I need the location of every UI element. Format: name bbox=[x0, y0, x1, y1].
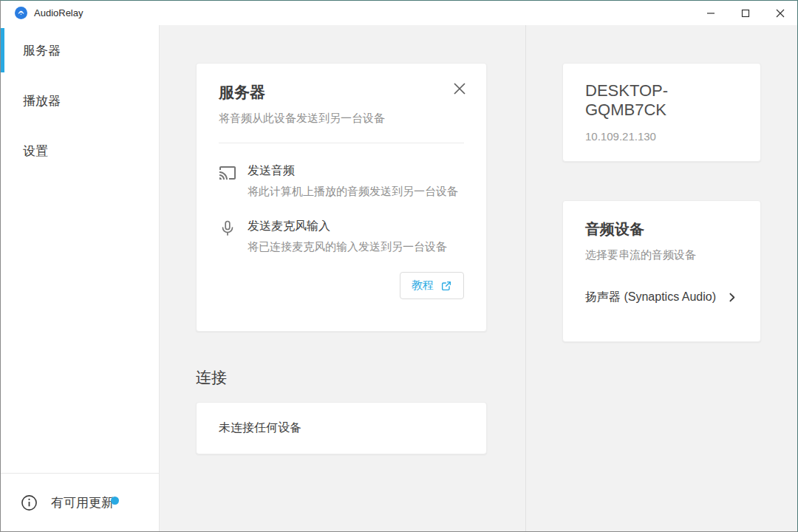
maximize-icon bbox=[741, 9, 750, 18]
sidebar-item-settings[interactable]: 设置 bbox=[1, 126, 159, 176]
maximize-button[interactable] bbox=[728, 1, 763, 25]
feature-description: 将此计算机上播放的音频发送到另一台设备 bbox=[248, 185, 458, 199]
sidebar-item-label: 服务器 bbox=[23, 42, 61, 59]
cast-icon bbox=[219, 164, 236, 182]
titlebar: AudioRelay bbox=[1, 1, 797, 25]
tutorial-button-label: 教程 bbox=[412, 279, 434, 293]
host-device-name: DESKTOP-GQMB7CK bbox=[585, 81, 715, 120]
sidebar-item-server[interactable]: 服务器 bbox=[1, 25, 159, 75]
server-card-subtitle: 将音频从此设备发送到另一台设备 bbox=[219, 112, 464, 126]
close-window-button[interactable] bbox=[763, 1, 797, 25]
feature-title: 发送音频 bbox=[248, 163, 458, 179]
feature-title: 发送麦克风输入 bbox=[248, 219, 447, 234]
chevron-right-icon bbox=[726, 291, 738, 304]
button-row: 教程 bbox=[219, 272, 464, 299]
host-ip-address: 10.109.21.130 bbox=[585, 130, 738, 143]
connections-card: 未连接任何设备 bbox=[196, 402, 487, 454]
window-controls bbox=[693, 1, 797, 25]
server-card: 服务器 将音频从此设备发送到另一台设备 发送音频 将此计算机上播放的音频发送到另… bbox=[196, 63, 487, 332]
microphone-icon bbox=[219, 219, 236, 237]
audio-device-selector[interactable]: 扬声器 (Synaptics Audio) bbox=[585, 290, 738, 305]
app-title: AudioRelay bbox=[34, 7, 83, 18]
audio-devices-subtitle: 选择要串流的音频设备 bbox=[585, 248, 738, 262]
minimize-icon bbox=[706, 9, 715, 18]
sidebar-item-label: 设置 bbox=[23, 143, 48, 160]
update-available-item[interactable]: 有可用更新 bbox=[1, 473, 159, 531]
connections-empty-message: 未连接任何设备 bbox=[219, 420, 301, 436]
sidebar-item-player[interactable]: 播放器 bbox=[1, 75, 159, 126]
audio-devices-title: 音频设备 bbox=[585, 219, 738, 239]
feature-send-audio: 发送音频 将此计算机上播放的音频发送到另一台设备 bbox=[219, 163, 464, 199]
audio-devices-card: 音频设备 选择要串流的音频设备 扬声器 (Synaptics Audio) bbox=[562, 200, 761, 342]
close-card-button[interactable] bbox=[449, 78, 470, 99]
update-available-label: 有可用更新 bbox=[51, 494, 114, 511]
audiorelay-logo bbox=[15, 7, 27, 19]
sidebar: 服务器 播放器 设置 有可用更新 bbox=[1, 25, 160, 531]
connections-heading: 连接 bbox=[196, 367, 227, 388]
update-notification-dot bbox=[111, 497, 119, 505]
host-card: DESKTOP-GQMB7CK 10.109.21.130 bbox=[562, 63, 761, 162]
active-indicator bbox=[1, 28, 4, 72]
tutorial-button[interactable]: 教程 bbox=[400, 272, 464, 299]
server-card-title: 服务器 bbox=[219, 82, 464, 103]
card-divider bbox=[219, 143, 464, 143]
sidebar-item-label: 播放器 bbox=[23, 92, 61, 109]
minimize-button[interactable] bbox=[693, 1, 728, 25]
external-link-icon bbox=[440, 280, 452, 292]
selected-device-label: 扬声器 (Synaptics Audio) bbox=[585, 290, 716, 305]
column-divider bbox=[525, 25, 526, 531]
feature-description: 将已连接麦克风的输入发送到另一台设备 bbox=[248, 240, 447, 254]
info-icon bbox=[21, 494, 38, 511]
close-window-icon bbox=[776, 9, 785, 18]
audiorelay-window: AudioRelay 服务器 播放器 设置 bbox=[0, 0, 798, 532]
feature-send-microphone: 发送麦克风输入 将已连接麦克风的输入发送到另一台设备 bbox=[219, 219, 464, 254]
close-icon bbox=[453, 82, 466, 95]
